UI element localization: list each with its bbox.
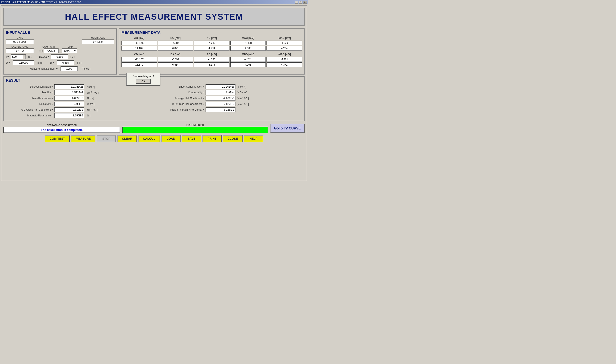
popup-ok-button[interactable]: OK xyxy=(136,79,151,84)
popup-overlay: Remove Magnet ! OK xyxy=(0,0,308,182)
remove-magnet-dialog: Remove Magnet ! OK xyxy=(126,73,160,86)
popup-title: Remove Magnet ! xyxy=(129,75,157,78)
